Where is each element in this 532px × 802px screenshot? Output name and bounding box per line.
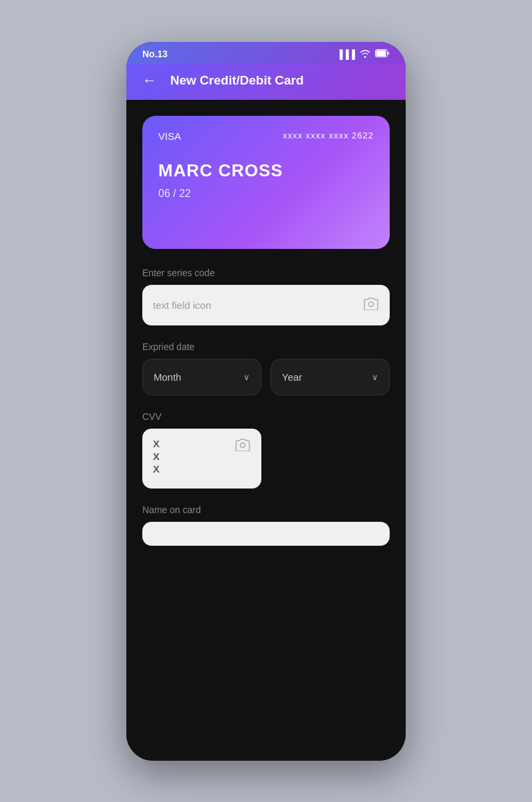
series-code-input[interactable]: text field icon bbox=[142, 285, 390, 325]
year-label: Year bbox=[282, 371, 302, 383]
card-number: xxxx xxxx xxxx 2622 bbox=[283, 130, 374, 140]
card-holder-name: MARC CROSS bbox=[158, 160, 374, 181]
svg-point-3 bbox=[240, 443, 245, 447]
year-dropdown[interactable]: Year ∨ bbox=[271, 359, 390, 395]
year-chevron-icon: ∨ bbox=[372, 372, 378, 382]
status-bar: No.13 ▐▐▐ bbox=[126, 42, 406, 64]
app-header: ← New Credit/Debit Card bbox=[126, 64, 406, 100]
status-label: No.13 bbox=[142, 49, 168, 59]
expiry-dropdowns-row: Month ∨ Year ∨ bbox=[142, 359, 390, 395]
card-expiry: 06 / 22 bbox=[158, 188, 374, 200]
status-icons: ▐▐▐ bbox=[336, 49, 390, 60]
main-content: VISA xxxx xxxx xxxx 2622 MARC CROSS 06 /… bbox=[126, 100, 406, 761]
svg-rect-1 bbox=[376, 50, 386, 56]
wifi-icon bbox=[359, 49, 371, 60]
name-on-card-label: Name on card bbox=[142, 504, 390, 515]
month-chevron-icon: ∨ bbox=[243, 372, 250, 382]
cvv-input[interactable]: X X X bbox=[142, 429, 261, 489]
battery-icon bbox=[375, 49, 390, 59]
phone-frame: No.13 ▐▐▐ ← New Credit/Debit Card bbox=[126, 42, 406, 761]
card-brand: VISA bbox=[158, 130, 181, 142]
expiry-label: Expried date bbox=[142, 341, 390, 352]
camera-icon-series bbox=[363, 297, 379, 313]
series-code-label: Enter series code bbox=[142, 268, 390, 278]
credit-card-visual: VISA xxxx xxxx xxxx 2622 MARC CROSS 06 /… bbox=[142, 116, 390, 249]
cvv-x2: X bbox=[153, 451, 160, 462]
back-button[interactable]: ← bbox=[142, 73, 157, 88]
series-code-value: text field icon bbox=[153, 300, 363, 311]
page-title: New Credit/Debit Card bbox=[170, 73, 304, 88]
svg-point-2 bbox=[369, 301, 374, 306]
camera-icon-cvv bbox=[235, 438, 251, 455]
cvv-x-marks: X X X bbox=[153, 438, 160, 475]
month-label: Month bbox=[154, 371, 182, 383]
month-dropdown[interactable]: Month ∨ bbox=[142, 359, 261, 395]
name-on-card-input[interactable] bbox=[142, 522, 390, 546]
card-top-row: VISA xxxx xxxx xxxx 2622 bbox=[158, 130, 374, 142]
cvv-x3: X bbox=[153, 463, 160, 475]
cvv-x1: X bbox=[153, 438, 160, 449]
cvv-label: CVV bbox=[142, 411, 390, 422]
signal-icon: ▐▐▐ bbox=[336, 49, 355, 59]
